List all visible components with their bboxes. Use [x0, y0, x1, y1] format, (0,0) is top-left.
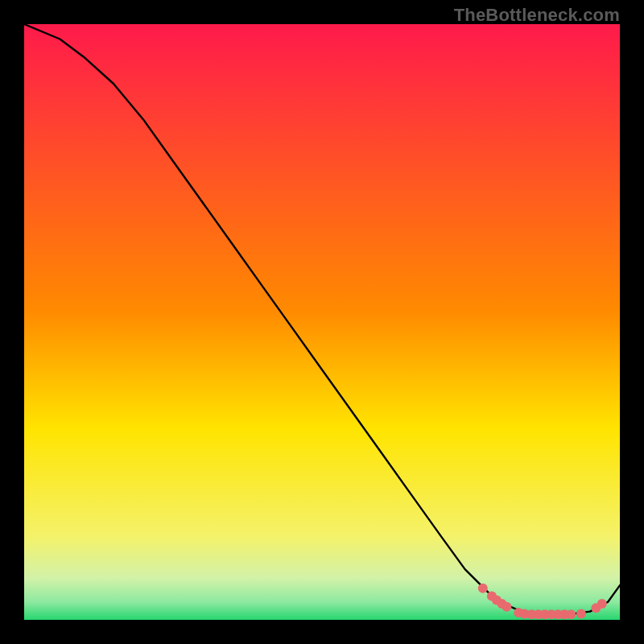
plot-area: [24, 24, 620, 620]
chart-frame: TheBottleneck.com: [0, 0, 644, 644]
chart-curve-layer: [24, 24, 620, 620]
marker-dot: [576, 609, 586, 619]
watermark-text: TheBottleneck.com: [454, 5, 620, 26]
marker-dot: [502, 602, 511, 612]
marker-dot: [478, 584, 488, 593]
marker-dot: [597, 599, 607, 609]
marker-group: [478, 584, 607, 620]
marker-dot: [566, 609, 576, 619]
bottleneck-curve: [24, 24, 620, 614]
